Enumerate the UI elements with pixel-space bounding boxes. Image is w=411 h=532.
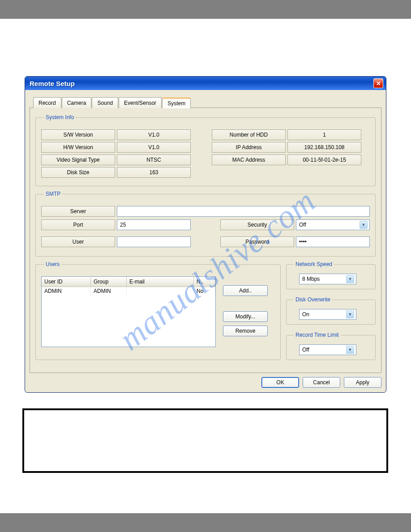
sw-version-value: V1.0 — [117, 129, 191, 140]
mac-address-label: MAC Address — [212, 154, 286, 165]
users-cell-group: ADMIN — [91, 287, 127, 296]
smtp-port-input[interactable] — [117, 219, 191, 230]
smtp-security-value: Off — [299, 222, 306, 228]
close-button[interactable]: ✕ — [373, 78, 383, 88]
apply-button[interactable]: Apply — [344, 377, 381, 388]
tab-sound[interactable]: Sound — [92, 97, 118, 108]
chevron-down-icon: ▼ — [346, 346, 354, 354]
network-speed-value: 8 Mbps — [302, 276, 320, 282]
tab-record[interactable]: Record — [33, 97, 61, 108]
disk-overwrite-select[interactable]: On ▼ — [299, 309, 356, 320]
video-signal-type-label: Video Signal Type — [41, 154, 115, 165]
page-header-bar — [0, 0, 411, 19]
disk-size-label: Disk Size — [41, 167, 115, 178]
table-row[interactable]: ADMIN ADMIN No — [42, 287, 215, 296]
disk-overwrite-group: Disk Overwrite On ▼ — [286, 296, 376, 325]
add-user-button[interactable]: Add.. — [223, 285, 268, 296]
video-signal-type-value: NTSC — [117, 154, 191, 165]
users-group: Users User ID Group E-mail N.. ADMIN — [35, 261, 281, 360]
chevron-down-icon: ▼ — [360, 221, 368, 229]
titlebar: Remote Setup ✕ — [25, 77, 386, 90]
chevron-down-icon: ▼ — [346, 310, 354, 318]
number-of-hdd-value: 1 — [287, 129, 361, 140]
system-info-group: System Info S/W VersionV1.0 H/W VersionV… — [35, 114, 376, 186]
smtp-legend: SMTP — [44, 191, 62, 197]
tab-panel-system: System Info S/W VersionV1.0 H/W VersionV… — [30, 107, 381, 373]
remove-user-button[interactable]: Remove — [223, 326, 268, 336]
disk-overwrite-value: On — [302, 311, 309, 317]
close-icon: ✕ — [376, 80, 381, 87]
smtp-password-input[interactable] — [296, 236, 370, 247]
smtp-user-input[interactable] — [117, 236, 191, 247]
smtp-group: SMTP Server Port Security Off ▼ — [35, 191, 376, 257]
ip-address-value: 192.168.150.108 — [287, 142, 361, 153]
dialog-footer: OK Cancel Apply — [30, 373, 381, 388]
tab-camera[interactable]: Camera — [62, 97, 92, 108]
users-col-group[interactable]: Group — [91, 277, 127, 287]
tab-row: Record Camera Sound Event/Sensor System — [30, 97, 381, 108]
tab-event-sensor[interactable]: Event/Sensor — [119, 97, 162, 108]
users-table[interactable]: User ID Group E-mail N.. ADMIN ADMIN No — [41, 276, 216, 347]
system-info-legend: System Info — [44, 114, 76, 120]
users-cell-email — [127, 287, 194, 296]
record-time-limit-group: Record Time Limit Off ▼ — [286, 332, 376, 360]
record-time-limit-value: Off — [302, 347, 309, 353]
smtp-password-label: Password — [220, 236, 294, 247]
client-area: Record Camera Sound Event/Sensor System … — [25, 90, 386, 392]
number-of-hdd-label: Number of HDD — [212, 129, 286, 140]
users-col-email[interactable]: E-mail — [127, 277, 194, 287]
smtp-port-label: Port — [41, 219, 115, 230]
network-speed-group: Network Speed 8 Mbps ▼ — [286, 261, 376, 289]
window-title: Remote Setup — [30, 80, 75, 87]
smtp-user-label: User — [41, 236, 115, 247]
hw-version-label: H/W Version — [41, 142, 115, 153]
mac-address-value: 00-11-5f-01-2e-15 — [287, 154, 361, 165]
record-time-limit-legend: Record Time Limit — [294, 332, 341, 338]
network-speed-legend: Network Speed — [294, 261, 334, 267]
smtp-server-input[interactable] — [117, 206, 370, 217]
page-footer-bar — [0, 513, 411, 532]
ok-button[interactable]: OK — [261, 377, 299, 388]
record-time-limit-select[interactable]: Off ▼ — [299, 344, 356, 355]
users-col-userid[interactable]: User ID — [42, 277, 91, 287]
ip-address-label: IP Address — [212, 142, 286, 153]
smtp-server-label: Server — [41, 206, 115, 217]
disk-size-value: 163 — [117, 167, 191, 178]
users-cell-id: ADMIN — [42, 287, 91, 296]
smtp-security-label: Security — [220, 219, 294, 230]
hw-version-value: V1.0 — [117, 142, 191, 153]
sw-version-label: S/W Version — [41, 129, 115, 140]
tab-system[interactable]: System — [162, 98, 191, 108]
smtp-security-select[interactable]: Off ▼ — [296, 219, 370, 230]
network-speed-select[interactable]: 8 Mbps ▼ — [299, 274, 356, 284]
blank-box — [22, 408, 388, 473]
users-col-n[interactable]: N.. — [194, 277, 215, 287]
remote-setup-dialog: Remote Setup ✕ Record Camera Sound Event… — [25, 76, 386, 393]
modify-user-button[interactable]: Modify... — [223, 311, 268, 322]
users-cell-n: No — [194, 287, 215, 296]
cancel-button[interactable]: Cancel — [303, 377, 340, 388]
chevron-down-icon: ▼ — [346, 275, 354, 283]
users-legend: Users — [44, 261, 61, 267]
disk-overwrite-legend: Disk Overwrite — [294, 296, 332, 303]
